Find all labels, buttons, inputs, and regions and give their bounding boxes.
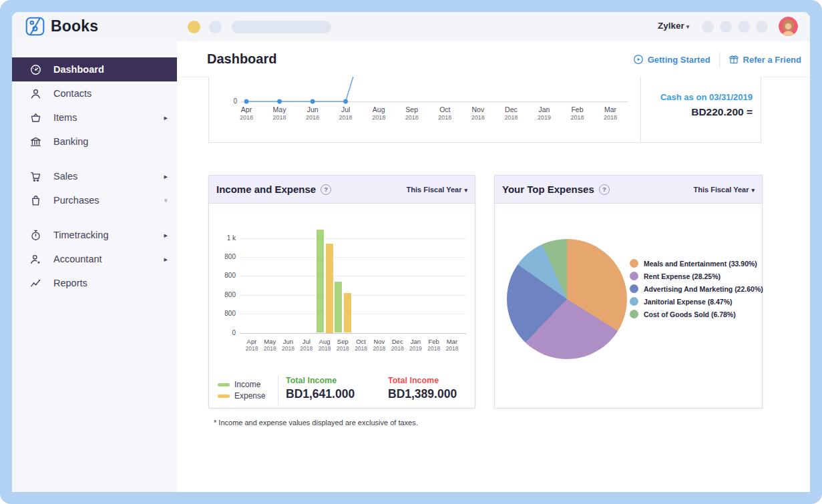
- x-axis-label: Sep2018: [397, 105, 427, 121]
- cash-amount: BD220.200 =: [691, 106, 753, 118]
- legend-swatch: [218, 383, 230, 387]
- y-axis-tick: 800: [212, 291, 236, 298]
- legend-swatch: [218, 395, 230, 398]
- income-bar: [335, 282, 342, 333]
- y-axis-tick: 0: [212, 329, 236, 336]
- income-bar: [317, 230, 324, 333]
- chevron-right-icon: ▸: [164, 231, 168, 240]
- gridline: [240, 314, 466, 314]
- period-selector[interactable]: This Fiscal Year▾: [407, 186, 468, 194]
- gridline: [240, 333, 466, 334]
- sidebar-item-accountant[interactable]: Accountant▸: [12, 247, 177, 271]
- topbar-dot-gray[interactable]: [209, 21, 222, 33]
- x-axis-label: Jul2018: [331, 105, 361, 121]
- dashboard-icon: [29, 63, 43, 76]
- x-axis-label: Dec2018: [387, 338, 407, 352]
- gift-icon: [729, 54, 739, 65]
- x-axis-label: Jul2018: [296, 338, 317, 352]
- help-icon[interactable]: ?: [321, 184, 331, 195]
- x-axis-label: Oct2018: [430, 105, 459, 121]
- user-avatar[interactable]: [779, 17, 798, 36]
- app-window: Books Zylker▾ DashboardContactsItems▸Ban: [12, 12, 810, 492]
- top-expenses-header: Your Top Expenses ? This Fiscal Year▾: [495, 176, 762, 204]
- header-links: Getting Started Refer a Friend: [633, 52, 801, 67]
- banking-icon: [29, 135, 43, 148]
- top-expenses-panel: Your Top Expenses ? This Fiscal Year▾ Me…: [494, 175, 763, 409]
- chevron-right-icon: ▸: [164, 172, 168, 181]
- pie-legend-dot: [630, 284, 638, 293]
- total-group: Total Income BD1,641.000: [286, 376, 355, 401]
- sidebar-item-banking[interactable]: Banking: [12, 130, 177, 154]
- header-links-divider: [719, 52, 720, 67]
- window-frame: Books Zylker▾ DashboardContactsItems▸Ban: [0, 0, 822, 504]
- purchases-icon: [29, 194, 43, 207]
- gridline: [240, 257, 466, 258]
- period-selector[interactable]: This Fiscal Year▾: [694, 186, 755, 194]
- pie-legend-dot: [630, 310, 638, 318]
- sidebar-nav: DashboardContactsItems▸BankingSales▸Purc…: [12, 41, 177, 295]
- pie-legend-item: Meals and Entertainment (33.90%): [630, 257, 763, 270]
- cash-as-on-label: Cash as on 03/31/2019: [660, 92, 753, 102]
- x-axis-label: May2018: [265, 105, 294, 121]
- topbar-dot-yellow[interactable]: [188, 21, 200, 33]
- org-selector[interactable]: Zylker▾: [658, 21, 689, 31]
- topbar-icon-placeholder-4[interactable]: [756, 21, 768, 33]
- x-axis-label: Sep2018: [333, 338, 353, 352]
- x-axis-label: Jun2018: [278, 338, 298, 352]
- pie-legend-dot: [630, 259, 638, 268]
- sidebar-item-purchases[interactable]: Purchases▾: [12, 188, 177, 212]
- gridline: [240, 276, 466, 276]
- pie-legend-item: Cost of Goods Sold (6.78%): [630, 308, 763, 320]
- x-axis-label: Dec2018: [496, 105, 526, 121]
- top-expenses-legend: Meals and Entertainment (33.90%) Rent Ex…: [630, 257, 763, 320]
- cash-flow-panel: 0 Apr2018May2018Jun2018Jul2018Aug2018Sep…: [208, 77, 761, 143]
- income-expense-title: Income and Expense: [216, 184, 316, 195]
- sidebar-item-contacts[interactable]: Contacts: [12, 81, 177, 105]
- sidebar-item-dashboard[interactable]: Dashboard: [12, 57, 177, 81]
- avatar-image: [779, 17, 798, 36]
- legend-item: Expense: [218, 391, 266, 401]
- expense-bar: [326, 244, 333, 333]
- refer-a-friend-link[interactable]: Refer a Friend: [729, 54, 801, 65]
- x-axis-label: Aug2018: [364, 105, 393, 121]
- topbar-icon-placeholder-2[interactable]: [720, 21, 732, 33]
- sidebar: DashboardContactsItems▸BankingSales▸Purc…: [12, 41, 178, 492]
- topbar-icon-placeholder-1[interactable]: [702, 21, 714, 33]
- income-expense-chart: 1 k8008008008000Apr2018May2018Jun2018Jul…: [209, 204, 475, 357]
- x-axis-label: Mar2018: [442, 338, 462, 352]
- x-axis-label: Nov2018: [463, 105, 493, 121]
- cash-summary: Cash as on 03/31/2019 BD220.200 =: [641, 77, 761, 142]
- search-bar-placeholder[interactable]: [232, 21, 331, 33]
- topbar-icon-placeholder-3[interactable]: [738, 21, 750, 33]
- x-axis-label: Apr2018: [242, 338, 262, 352]
- sidebar-item-items[interactable]: Items▸: [12, 105, 177, 130]
- sidebar-item-reports[interactable]: Reports: [12, 271, 177, 295]
- x-axis-label: Jan2019: [530, 105, 559, 121]
- x-axis-label: Aug2018: [315, 338, 335, 352]
- help-icon[interactable]: ?: [599, 184, 610, 195]
- tax-footnote: * Income and expense values displayed ar…: [214, 419, 418, 427]
- gridline: [240, 238, 466, 239]
- pie-legend-item: Janitorial Expense (8.47%): [630, 295, 763, 308]
- reports-icon: [29, 276, 43, 290]
- sidebar-item-sales[interactable]: Sales▸: [12, 164, 177, 188]
- pie-legend-dot: [630, 272, 638, 280]
- total-value: BD1,641.000: [286, 387, 355, 401]
- top-expenses-pie-chart: [507, 239, 627, 359]
- sidebar-item-timetracking[interactable]: Timetracking▸: [12, 223, 177, 247]
- total-value: BD1,389.000: [388, 387, 457, 401]
- pie-legend-dot: [630, 297, 638, 306]
- x-axis-label: Feb2018: [424, 338, 444, 352]
- chevron-right-icon: ▸: [164, 113, 168, 122]
- x-axis-label: Nov2018: [369, 338, 389, 352]
- y-axis-tick: 800: [212, 272, 236, 279]
- items-icon: [29, 111, 43, 124]
- x-axis-label: Mar2018: [596, 105, 625, 121]
- app-name: Books: [51, 17, 98, 35]
- sales-icon: [29, 170, 43, 183]
- x-axis-label: Apr2018: [232, 105, 261, 121]
- getting-started-link[interactable]: Getting Started: [633, 54, 710, 65]
- income-expense-panel: Income and Expense ? This Fiscal Year▾ 1…: [208, 175, 475, 409]
- pie-legend-item: Rent Expense (28.25%): [630, 270, 763, 282]
- chevron-down-icon: ▾: [686, 23, 690, 30]
